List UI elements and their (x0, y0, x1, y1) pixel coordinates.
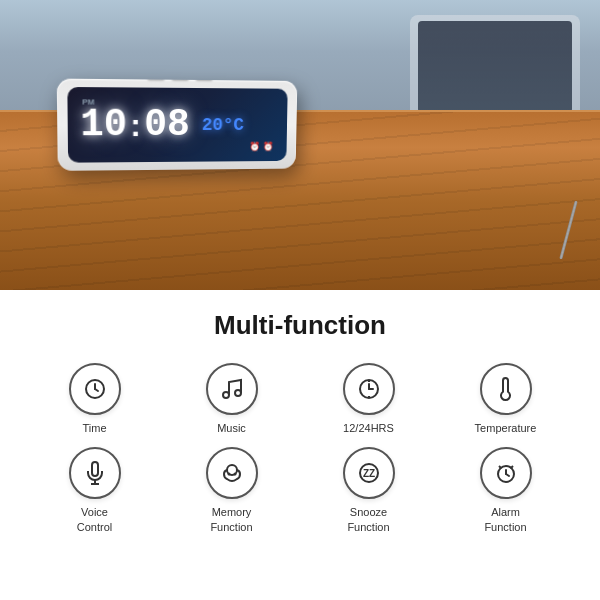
time-colon: : (130, 109, 141, 141)
time-digit-1: 10 (80, 106, 127, 145)
temperature-icon-circle (480, 363, 532, 415)
laptop-prop (410, 15, 580, 125)
time-format-icon-circle (343, 363, 395, 415)
laptop-screen (418, 21, 572, 113)
clock-body: PM 10 : 08 20°C ⏰ ⏰ (57, 79, 298, 171)
temperature-icon (494, 377, 518, 401)
alarm-function-icon (494, 461, 518, 485)
feature-music: Music (167, 363, 296, 435)
memory-icon-circle (206, 447, 258, 499)
svg-point-3 (223, 392, 229, 398)
snooze-icon-circle: ZZ (343, 447, 395, 499)
svg-line-19 (506, 474, 509, 476)
time-digit-2: 08 (144, 106, 190, 144)
svg-point-13 (227, 473, 230, 476)
pm-indicator: PM (82, 97, 95, 106)
feature-time: Time (30, 363, 159, 435)
feature-time-label: Time (82, 421, 106, 435)
music-icon-circle (206, 363, 258, 415)
feature-snooze-label: SnoozeFunction (347, 505, 389, 534)
features-grid: Time Music 12/24 (30, 363, 570, 534)
feature-temperature: Temperature (441, 363, 570, 435)
feature-memory-function: MemoryFunction (167, 447, 296, 534)
snooze-function-icon: ZZ (357, 461, 381, 485)
temperature-display: 20°C (202, 115, 244, 135)
voice-icon-circle (69, 447, 121, 499)
info-section: Multi-function Time Music (0, 290, 600, 600)
memory-function-icon (219, 460, 245, 486)
time-icon-circle (69, 363, 121, 415)
time-format-icon (357, 377, 381, 401)
feature-time-format: 12/24HRS (304, 363, 433, 435)
feature-alarm-function: AlarmFunction (441, 447, 570, 534)
svg-point-14 (233, 473, 236, 476)
clock-display: PM 10 : 08 20°C ⏰ ⏰ (67, 87, 287, 163)
feature-voice-label: VoiceControl (77, 505, 112, 534)
svg-text:ZZ: ZZ (362, 468, 374, 479)
product-photo: PM 10 : 08 20°C ⏰ ⏰ (0, 0, 600, 290)
alarm-icon-row: ⏰ ⏰ (249, 142, 273, 152)
alarm-icon-2: ⏰ (263, 142, 274, 152)
feature-time-format-label: 12/24HRS (343, 421, 394, 435)
voice-control-icon (83, 461, 107, 485)
alarm-icon-1: ⏰ (249, 142, 260, 152)
feature-temperature-label: Temperature (475, 421, 537, 435)
clock-button-1 (147, 79, 165, 80)
feature-voice-control: VoiceControl (30, 447, 159, 534)
svg-point-4 (235, 390, 241, 396)
feature-music-label: Music (217, 421, 246, 435)
section-title: Multi-function (30, 310, 570, 341)
svg-line-2 (95, 389, 98, 391)
feature-alarm-label: AlarmFunction (484, 505, 526, 534)
alarm-function-icon-circle (480, 447, 532, 499)
feature-snooze-function: ZZ SnoozeFunction (304, 447, 433, 534)
time-icon (83, 377, 107, 401)
clock-device: PM 10 : 08 20°C ⏰ ⏰ (60, 80, 300, 180)
music-icon (220, 377, 244, 401)
feature-memory-label: MemoryFunction (210, 505, 252, 534)
time-display: 10 : 08 (80, 106, 190, 145)
